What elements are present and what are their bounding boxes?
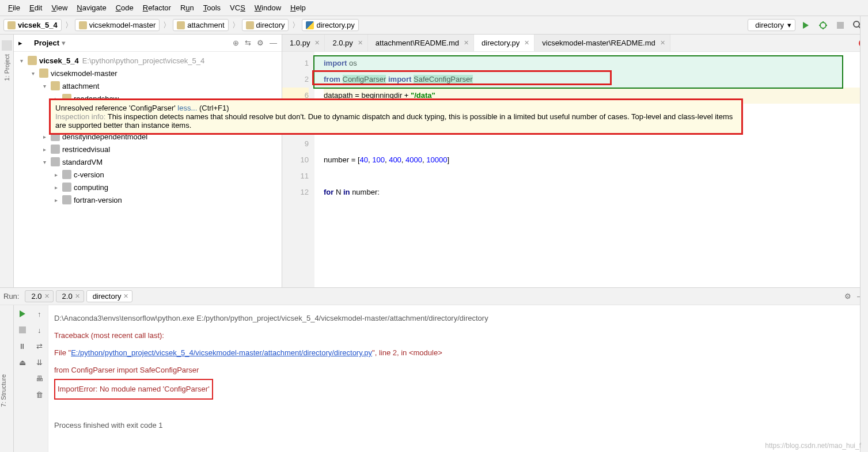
up-icon[interactable]: ↑ [34,309,44,319]
breadcrumb[interactable]: directory.py [302,19,358,31]
editor-tab[interactable]: 1.0.py✕ [282,35,325,51]
svg-rect-5 [837,22,844,29]
close-icon[interactable]: ✕ [314,39,320,47]
editor-tab[interactable]: directory.py✕ [474,35,535,51]
stop-button[interactable] [833,18,847,32]
hide-icon[interactable]: — [270,39,277,47]
target-icon[interactable]: ⊕ [233,39,239,47]
project-header: ▸ Project ▾ ⊕ ⇆ ⚙ — [14,35,282,52]
close-icon[interactable]: ✕ [358,39,363,47]
down-icon[interactable]: ↓ [34,325,44,335]
run-tab[interactable]: directory✕ [86,290,133,302]
folder-icon [79,21,87,29]
tree-root[interactable]: ▾vicsek_5_4E:\python\python_project\vics… [14,54,282,67]
run-tab-label: 2.0 [62,292,73,301]
tab-label: directory.py [482,39,520,47]
gear-icon[interactable]: ⚙ [844,292,851,301]
menu-edit[interactable]: Edit [25,2,47,14]
close-icon[interactable]: ✕ [44,293,50,300]
collapse-icon[interactable]: ⇆ [245,39,251,47]
console-line: D:\Anaconda3\envs\tensorflow\python.exe … [54,310,862,327]
menu-file[interactable]: File [3,2,25,14]
menu-run[interactable]: Run [176,2,199,14]
file-link[interactable]: E:/python/python_project/vicsek_5_4/vics… [71,348,372,357]
debug-button[interactable] [816,18,830,32]
console-line: File "E:/python/python_project/vicsek_5_… [54,344,862,362]
menu-tools[interactable]: Tools [199,2,225,14]
run-button[interactable] [799,18,813,32]
tree-label: vicsekmodel-master [51,69,117,78]
close-icon[interactable]: ✕ [123,293,128,300]
console-output[interactable]: D:\Anaconda3\envs\tensorflow\python.exe … [48,305,868,452]
svg-rect-8 [19,326,26,333]
menu-refactor[interactable]: Refactor [138,2,176,14]
tree-node[interactable]: ▸computing [14,181,282,193]
console-line: Process finished with exit code 1 [54,417,862,434]
scroll-icon[interactable]: ⇊ [34,357,44,367]
console-line: from ConfigParser import SafeConfigParse… [54,362,862,379]
folder-g-icon [62,170,71,179]
right-tool-strip [860,16,868,452]
menu-window[interactable]: Window [250,2,286,14]
tree-node[interactable]: ▾attachment [14,79,282,92]
svg-point-6 [854,21,859,27]
folder-g-icon [51,157,60,166]
breadcrumb[interactable]: vicsekmodel-master [75,19,160,31]
tree-node[interactable]: ▾vicsekmodel-master [14,67,282,79]
close-icon[interactable]: ✕ [464,39,469,47]
close-icon[interactable]: ✕ [524,39,529,47]
folder-g-icon [62,183,71,192]
breadcrumb[interactable]: vicsek_5_4 [3,19,62,31]
structure-tool-label[interactable]: 7: Structure [0,374,7,407]
project-tool-label[interactable]: 1: Project [3,54,10,81]
run-tab[interactable]: 2.0✕ [25,290,53,302]
editor-tab[interactable]: 2.0.py✕ [325,35,367,51]
tree-node[interactable]: ▾standardVM [14,155,282,168]
stop-button[interactable] [17,325,28,335]
tooltip-less-link[interactable]: less... [177,104,197,112]
project-tree[interactable]: ▾vicsek_5_4E:\python\python_project\vics… [14,52,282,287]
breadcrumb[interactable]: attachment [173,19,228,31]
folder-g-icon [51,145,60,154]
trash-icon[interactable]: 🗑 [34,389,44,400]
code-content[interactable]: import os from ConfigParser import SafeC… [314,52,868,287]
chevron-down-icon[interactable]: ▾ [62,39,66,47]
editor-tab[interactable]: attachment\README.md✕ [368,35,474,51]
project-tool-button[interactable] [2,40,12,51]
run-tab[interactable]: 2.0✕ [56,290,84,302]
menu-navigate[interactable]: Navigate [72,2,111,14]
editor-tab[interactable]: vicsekmodel-master\README.md✕ [535,35,670,51]
tree-label: attachment [62,82,99,90]
gear-icon[interactable]: ⚙ [257,39,264,47]
run-label: Run: [3,292,19,301]
project-dropdown-icon[interactable]: ▸ [18,39,22,47]
tree-node[interactable]: ▸restricedvisual [14,143,282,155]
print-icon[interactable]: 🖶 [34,373,44,383]
folder-icon [177,21,185,29]
menu-view[interactable]: View [47,2,72,14]
wrap-icon[interactable]: ⇄ [34,341,44,351]
tree-label: restricedvisual [62,145,110,154]
exit-button[interactable]: ⏏ [17,357,28,367]
menu-vcs[interactable]: VCS [225,2,250,14]
run-tabs-bar: Run: 2.0✕2.0✕directory✕ ⚙ — [0,288,868,305]
tree-node[interactable]: ▸c-version [14,168,282,181]
close-icon[interactable]: ✕ [75,293,80,300]
tree-node[interactable]: ▸fortran-version [14,193,282,206]
svg-point-0 [820,22,826,28]
close-icon[interactable]: ✕ [660,39,665,47]
menu-code[interactable]: Code [111,2,138,14]
rerun-button[interactable] [17,309,28,319]
left-tool-strip-bottom: 7: Structure [0,305,14,452]
tab-label: 1.0.py [290,39,310,47]
tab-label: vicsekmodel-master\README.md [542,39,655,47]
editor-panel: 1.0.py✕2.0.py✕attachment\README.md✕direc… [282,35,868,287]
breadcrumb[interactable]: directory [242,19,289,31]
pause-button[interactable]: ⏸ [17,341,28,351]
run-config-dropdown[interactable]: directory▾ [748,19,795,31]
watermark: https://blog.csdn.net/mao_hui_f [765,442,861,450]
run-panel: Run: 2.0✕2.0✕directory✕ ⚙ — 7: Structure… [0,288,868,452]
menu-help[interactable]: Help [286,2,310,14]
run-toolbar: ⏸ ⏏ ↑ ↓ ⇄ ⇊ 🖶 🗑 [14,305,48,452]
code-editor[interactable]: 12 678 9101112 import os from ConfigPars… [282,52,868,287]
